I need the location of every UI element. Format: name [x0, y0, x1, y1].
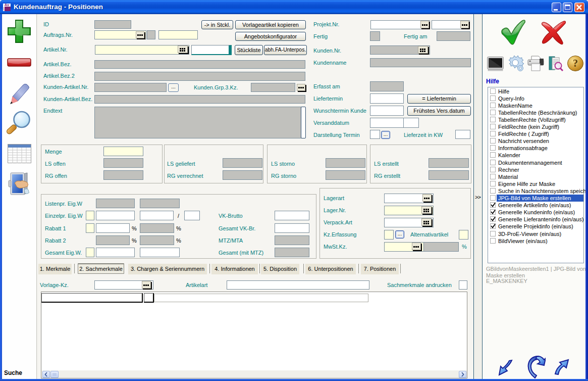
svg-text:?: ? [573, 58, 578, 69]
